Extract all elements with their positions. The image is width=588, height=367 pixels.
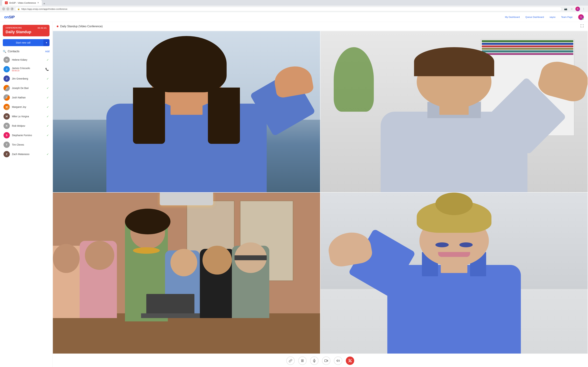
contact-status-icon: ✓ xyxy=(47,115,49,118)
menu-icon[interactable]: ⋮ xyxy=(581,7,586,11)
share-link-button[interactable] xyxy=(286,357,295,365)
contact-name: Zach Matarasso xyxy=(12,153,47,156)
conferencing-label: CONFERENCING 00:02:21 xyxy=(6,27,47,29)
start-new-call-button[interactable]: Start new call xyxy=(3,39,43,46)
start-call-dropdown-button[interactable]: ▾ xyxy=(43,39,50,46)
app-logo[interactable]: onSIP xyxy=(4,15,15,19)
toggle-camera-button[interactable] xyxy=(322,357,330,365)
contact-avatar: R xyxy=(3,123,10,129)
contact-avatar: J xyxy=(3,94,10,101)
contact-avatar: M xyxy=(3,104,10,110)
main-content: CONFERENCING 00:02:21 Daily Standup Star… xyxy=(0,22,588,367)
fullscreen-button[interactable] xyxy=(580,24,584,28)
video-cell-3 xyxy=(53,192,320,354)
contact-name: Joseph De Bari xyxy=(12,87,47,90)
video-conference-title: Daily Standup (Video Conference) xyxy=(60,25,103,28)
mute-microphone-button[interactable] xyxy=(310,357,319,365)
camera-toolbar-icon: 📷 xyxy=(563,7,568,11)
back-button[interactable]: ‹ xyxy=(2,7,5,10)
contact-avatar: J xyxy=(3,85,10,91)
contact-item[interactable]: T Tim Cleves xyxy=(3,140,50,149)
new-tab-button[interactable]: + xyxy=(42,2,47,6)
video-conference-area: Daily Standup (Video Conference) xyxy=(52,22,588,367)
contact-name: Jim Greenberg xyxy=(12,77,47,80)
contact-item[interactable]: J James Criscuolo 00:00:10 📞 xyxy=(3,65,50,74)
contact-item[interactable]: H Helene Kidary ✓ xyxy=(3,55,50,64)
svg-rect-5 xyxy=(325,360,327,362)
contact-avatar: S xyxy=(3,132,10,138)
contact-call-duration: 00:00:10 xyxy=(12,70,45,72)
svg-marker-4 xyxy=(327,360,328,361)
tab-title: OnSIP - Video Conference xyxy=(9,1,36,4)
contact-name: Stephanie Fornino xyxy=(12,134,47,137)
svg-rect-0 xyxy=(302,359,302,362)
nav-controls: ‹ › ↺ xyxy=(2,7,14,10)
svg-marker-6 xyxy=(337,360,338,362)
contact-info: Jim Greenberg xyxy=(12,77,47,80)
end-call-button[interactable] xyxy=(346,357,354,365)
contact-item[interactable]: M Margaret Joy ✓ xyxy=(3,102,50,111)
conferencing-name: Daily Standup xyxy=(6,30,47,34)
contact-item[interactable]: J Jim Greenberg ✓ xyxy=(3,74,50,83)
contact-info: Stephanie Fornino xyxy=(12,134,47,137)
contact-name: Rob Wolpov xyxy=(12,125,47,127)
user-avatar[interactable]: S xyxy=(578,14,584,20)
contact-status-icon: ✓ xyxy=(47,86,49,90)
contact-avatar: H xyxy=(3,57,10,63)
contacts-search-icon[interactable]: 🔍 xyxy=(3,50,6,53)
tab-close-button[interactable]: ✕ xyxy=(37,1,39,4)
contact-status-icon: ✓ xyxy=(47,58,49,61)
queue-dashboard-link[interactable]: Queue Dashboard xyxy=(525,16,544,18)
contact-item[interactable]: S Stephanie Fornino ✓ xyxy=(3,131,50,140)
contact-avatar: Z xyxy=(3,151,10,157)
contact-name-josh: Josh Nathan xyxy=(12,96,47,99)
contact-info: Rob Wolpov xyxy=(12,125,47,127)
contact-status-icon: ✓ xyxy=(47,105,49,109)
team-page-link[interactable]: Team Page xyxy=(561,16,573,18)
browser-user-avatar[interactable]: S xyxy=(575,7,580,11)
video-cell-4 xyxy=(320,192,588,354)
contacts-add-button[interactable]: Add xyxy=(45,50,50,53)
toggle-speaker-button[interactable] xyxy=(334,357,342,365)
video-header: Daily Standup (Video Conference) xyxy=(52,22,588,31)
contact-status-icon: ✓ xyxy=(47,124,49,128)
contact-status-icon: ✓ xyxy=(47,96,49,99)
contact-info: Josh Nathan xyxy=(12,96,47,99)
contact-list: H Helene Kidary ✓ J James Criscuolo 00:0… xyxy=(3,55,50,159)
contact-info: Helene Kidary xyxy=(12,58,47,61)
video-title: Daily Standup (Video Conference) xyxy=(57,25,103,28)
conferencing-card[interactable]: CONFERENCING 00:02:21 Daily Standup xyxy=(3,25,50,36)
sidebar: CONFERENCING 00:02:21 Daily Standup Star… xyxy=(0,22,52,367)
forward-button[interactable]: › xyxy=(6,7,9,10)
address-bar[interactable]: 🔒 https://app.onsip.com/app/#/video-conf… xyxy=(15,7,562,11)
contact-info: Mike La Vorgna xyxy=(12,115,47,118)
contact-item[interactable]: J Joseph De Bari ✓ xyxy=(3,83,50,93)
contact-item-josh-nathan[interactable]: J Josh Nathan ✓ xyxy=(3,93,50,102)
contact-avatar: J xyxy=(3,66,10,72)
contact-item[interactable]: Z Zach Matarasso ✓ xyxy=(3,150,50,159)
contact-info: Zach Matarasso xyxy=(12,153,47,156)
active-tab[interactable]: O OnSIP - Video Conference ✕ xyxy=(2,0,42,6)
contact-status-icon: ✓ xyxy=(47,134,49,137)
sayso-link[interactable]: sayso xyxy=(550,16,555,18)
secure-icon: 🔒 xyxy=(17,8,20,10)
contact-status-icon: ✓ xyxy=(47,153,49,156)
contact-status-icon: ✓ xyxy=(47,77,49,80)
contacts-title: Contacts xyxy=(8,50,19,53)
contact-item[interactable]: R Rob Wolpov ✓ xyxy=(3,121,50,130)
contact-name: Helene Kidary xyxy=(12,58,47,61)
contact-call-icon: 📞 xyxy=(45,68,49,71)
contact-item[interactable]: M Mike La Vorgna ✓ xyxy=(3,112,50,121)
pause-button[interactable] xyxy=(298,357,307,365)
contact-avatar: M xyxy=(3,113,10,119)
tab-favicon: O xyxy=(5,1,8,4)
contact-name: Margaret Joy xyxy=(12,106,47,108)
conferencing-timer: 00:02:21 xyxy=(38,27,47,29)
my-dashboard-link[interactable]: My Dashboard xyxy=(505,16,520,18)
avatar-online-indicator xyxy=(582,18,584,20)
reload-button[interactable]: ↺ xyxy=(10,7,14,10)
contact-name: Mike La Vorgna xyxy=(12,115,47,118)
bookmark-icon[interactable]: ☆ xyxy=(570,7,574,11)
recording-indicator xyxy=(57,25,59,27)
contact-name: James Criscuolo xyxy=(12,67,45,70)
